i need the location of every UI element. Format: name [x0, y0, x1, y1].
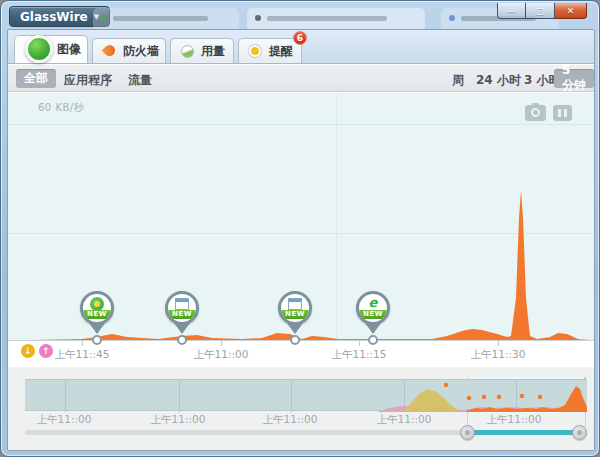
new-app-marker[interactable]: NEW [277, 291, 313, 325]
tab-firewall[interactable]: 防火墙 [92, 38, 166, 63]
overview-event-dot [497, 395, 501, 399]
background-tab-favicon [449, 15, 455, 21]
background-tab-ghost [247, 8, 425, 29]
tab-firewall-label: 防火墙 [123, 43, 159, 60]
axis-tick [359, 341, 360, 346]
range-5min-label: 5 分钟 [562, 63, 586, 94]
tab-usage-label: 用量 [201, 43, 225, 60]
overview-area-chart [25, 380, 587, 412]
new-badge: NEW [356, 310, 390, 319]
background-tab-text-blur [113, 16, 208, 21]
filter-all-label: 全部 [24, 70, 48, 87]
axis-tick [221, 341, 222, 346]
tab-graph[interactable]: 图像 [14, 35, 88, 63]
alerts-icon [249, 45, 261, 57]
overview-event-dot [520, 394, 524, 398]
overview-event-dot [538, 395, 542, 399]
slider-handle-left[interactable] [460, 425, 475, 440]
axis-tick [82, 341, 83, 346]
tab-alerts[interactable]: 提醒 [238, 38, 302, 63]
security-app-icon [90, 297, 104, 311]
overview-event-dot [444, 383, 448, 387]
range-24h-label: 24 小时 [476, 73, 521, 87]
maximize-button[interactable]: □ [526, 3, 555, 19]
axis-tick-label: 上午11::15 [319, 348, 399, 362]
sub-nav-bar: 全部 应用程序 流量 周 24 小时 3 小时 5 分钟 [8, 65, 594, 92]
minimize-icon: — [507, 6, 516, 16]
range-week[interactable]: 周 [452, 72, 464, 89]
new-app-marker[interactable]: NEW [164, 291, 200, 325]
main-tab-bar: 图像 防火墙 用量 提醒 6 [8, 30, 594, 64]
glasswire-window: GlassWire ▼ — □ ✕ 图像 [0, 0, 600, 457]
maximize-icon: □ [536, 6, 545, 16]
filter-apps-label: 应用程序 [64, 73, 112, 87]
axis-tick [498, 341, 499, 346]
marker-anchor-dot [92, 335, 102, 345]
marker-anchor-dot [290, 335, 300, 345]
slider-handle-right[interactable] [572, 425, 587, 440]
filter-all[interactable]: 全部 [16, 69, 56, 88]
flame-icon [102, 43, 118, 59]
marker-tail [89, 323, 105, 334]
filter-traffic-label: 流量 [128, 73, 152, 87]
new-badge: NEW [80, 310, 114, 319]
marker-tail [287, 323, 303, 334]
new-badge: NEW [278, 310, 312, 319]
filter-traffic[interactable]: 流量 [128, 72, 152, 89]
window-app-icon [288, 298, 302, 310]
timeline-slider-range[interactable] [467, 430, 579, 435]
tab-graph-label: 图像 [57, 41, 81, 58]
glasswire-logo [25, 35, 53, 63]
window-app-icon [175, 298, 189, 310]
overview-time-label: 上午11::00 [469, 413, 559, 427]
marker-anchor-dot [177, 335, 187, 345]
traffic-graph-panel[interactable]: 60 KB/秒 NEW [8, 93, 594, 340]
download-icon[interactable]: ↓ [21, 344, 35, 358]
background-tab-text-blur [267, 16, 387, 21]
axis-tick-label: 上午11::30 [458, 348, 538, 362]
minimize-button[interactable]: — [497, 3, 526, 19]
new-badge: NEW [165, 310, 199, 319]
overview-event-dot [467, 396, 471, 400]
window-content: 图像 防火墙 用量 提醒 6 全部 应用程序 [7, 29, 595, 451]
overview-time-label: 上午11::00 [19, 413, 109, 427]
title-bar: GlassWire ▼ — □ ✕ [1, 1, 600, 29]
range-week-label: 周 [452, 73, 464, 87]
background-tab-ghost [93, 8, 239, 29]
usage-icon [181, 45, 194, 58]
marker-balloon: NEW [165, 291, 199, 325]
overview-time-label: 上午11::00 [133, 413, 223, 427]
tab-alerts-label: 提醒 [269, 43, 293, 60]
marker-tail [365, 323, 381, 334]
filter-apps[interactable]: 应用程序 [64, 72, 112, 89]
alerts-count-badge: 6 [293, 31, 307, 45]
marker-tail [174, 323, 190, 334]
overview-event-dot [482, 395, 486, 399]
overview-strip[interactable] [25, 379, 587, 411]
range-24h[interactable]: 24 小时 [476, 72, 521, 89]
background-tab-favicon [101, 15, 107, 21]
browser-app-icon: e [359, 295, 387, 310]
timeline-overview: 上午11::00 上午11::00 上午11::00 上午11::00 上午11… [8, 367, 594, 451]
range-5min[interactable]: 5 分钟 [554, 69, 594, 88]
overview-time-label: 上午11::00 [245, 413, 335, 427]
new-app-marker[interactable]: e NEW [355, 291, 391, 325]
marker-balloon: NEW [278, 291, 312, 325]
overview-yellow-series [403, 389, 461, 412]
overview-time-label: 上午11::00 [359, 413, 449, 427]
axis-tick-label: 上午11::00 [181, 348, 261, 362]
marker-balloon: e NEW [356, 291, 390, 325]
marker-anchor-dot [368, 335, 378, 345]
window-controls: — □ ✕ [497, 3, 587, 19]
new-app-marker[interactable]: NEW [79, 291, 115, 325]
tab-usage[interactable]: 用量 [170, 38, 234, 63]
close-icon: ✕ [567, 6, 575, 16]
background-tab-favicon [255, 15, 261, 21]
marker-balloon: NEW [80, 291, 114, 325]
glasswire-menu-label: GlassWire [20, 10, 88, 24]
axis-tick-label: 上午11::45 [42, 348, 122, 362]
close-button[interactable]: ✕ [555, 3, 587, 19]
